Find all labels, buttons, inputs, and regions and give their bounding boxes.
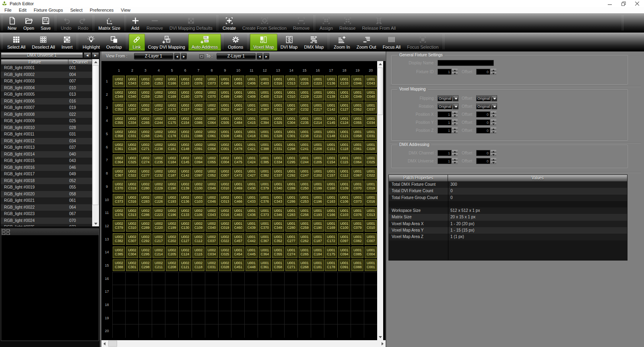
patch-cell[interactable]: U001C499 xyxy=(219,89,231,101)
toolbar-button-zoom-in[interactable]: Zoom In xyxy=(330,34,353,51)
patch-cell[interactable]: U002C304 xyxy=(126,246,138,258)
patch-cell[interactable]: U001C460 xyxy=(232,220,244,232)
grid-empty-cell[interactable] xyxy=(338,272,351,285)
patch-cell[interactable]: U002C298 xyxy=(139,259,151,271)
preview-mini-icon[interactable] xyxy=(2,229,5,232)
patch-cell[interactable]: U002C169 xyxy=(166,89,178,101)
patch-cell[interactable]: U002C202 xyxy=(166,233,178,245)
preview-mini-icon[interactable] xyxy=(6,232,10,235)
patch-cell[interactable]: U001C187 xyxy=(312,233,324,245)
grid-empty-cell[interactable] xyxy=(285,311,298,324)
grid-empty-cell[interactable] xyxy=(126,311,139,324)
patch-cell[interactable]: U002C151 xyxy=(179,128,191,140)
patch-cell[interactable]: U002C040 xyxy=(206,220,218,232)
patch-cell[interactable]: U001C184 xyxy=(312,246,324,258)
patch-cell[interactable]: U002C226 xyxy=(153,194,165,205)
patch-cell[interactable]: U002C244 xyxy=(153,115,165,127)
fixture-row[interactable]: RGB_light #0022064 xyxy=(1,204,92,211)
patch-cell[interactable]: U002C337 xyxy=(126,102,138,113)
patch-cell[interactable]: U001C157 xyxy=(325,168,337,179)
patch-cell[interactable]: U002C088 xyxy=(192,128,204,140)
grid-empty-cell[interactable] xyxy=(179,324,192,338)
patch-cell[interactable]: U001C199 xyxy=(312,181,324,192)
patch-cell[interactable]: U001C178 xyxy=(325,259,337,271)
scroll-down-icon[interactable] xyxy=(92,221,99,226)
toolbar-grip[interactable] xyxy=(327,34,330,49)
patch-cell[interactable]: U002C184 xyxy=(166,154,178,166)
patch-cell[interactable]: U002C157 xyxy=(179,102,191,113)
patch-cell[interactable]: U001C421 xyxy=(246,141,258,153)
patch-cell[interactable]: U001C241 xyxy=(299,141,311,153)
menu-view[interactable]: View xyxy=(117,7,134,13)
grid-empty-cell[interactable] xyxy=(258,272,271,285)
patch-cell[interactable]: U002C100 xyxy=(192,181,204,192)
patch-cell[interactable]: U001C247 xyxy=(299,168,311,179)
toolbar-grip[interactable] xyxy=(313,15,316,31)
patch-cell[interactable]: U001C082 xyxy=(351,233,363,245)
toolbar-button-open[interactable]: Open xyxy=(20,15,37,32)
patch-cell[interactable]: U001C160 xyxy=(325,181,337,192)
grid-empty-cell[interactable] xyxy=(258,298,271,312)
patch-cell[interactable]: U001C418 xyxy=(246,128,258,140)
grid-empty-cell[interactable] xyxy=(192,285,205,298)
grid-empty-cell[interactable] xyxy=(271,272,285,285)
patch-cell[interactable]: U001C439 xyxy=(246,220,258,232)
patch-cell[interactable]: U002C289 xyxy=(139,220,151,232)
patch-cell[interactable]: U001C346 xyxy=(272,207,284,219)
toolbar-button-overlap[interactable]: Overlap xyxy=(103,34,125,51)
grid-empty-cell[interactable] xyxy=(298,324,311,338)
grid-empty-cell[interactable] xyxy=(285,298,298,312)
grid-empty-cell[interactable] xyxy=(298,298,311,312)
patch-cell[interactable]: U002C307 xyxy=(126,233,138,245)
patch-cell[interactable]: U001C454 xyxy=(232,246,244,258)
scroll-left-icon[interactable] xyxy=(101,340,107,347)
patch-cell[interactable]: U001C376 xyxy=(259,194,271,205)
grid-empty-cell[interactable] xyxy=(245,311,258,324)
patch-cell[interactable]: U001C478 xyxy=(232,141,244,153)
patch-cell[interactable]: U001C022 xyxy=(365,168,377,179)
toolbar-button-invert[interactable]: Invert xyxy=(58,34,76,51)
toolbar-grip[interactable] xyxy=(1,15,4,31)
patch-cell[interactable]: U001C484 xyxy=(232,115,244,127)
patch-cell[interactable]: U001C103 xyxy=(338,207,350,219)
grid-empty-cell[interactable] xyxy=(364,311,378,324)
patch-cell[interactable]: U002C334 xyxy=(126,115,138,127)
patch-cell[interactable]: U002C172 xyxy=(166,102,178,113)
view-to-next-icon[interactable]: ▶ xyxy=(264,53,269,60)
fixture-row[interactable]: RGB_light #0018052 xyxy=(1,178,92,185)
fixture-row[interactable]: RGB_light #0005013 xyxy=(1,91,92,98)
grid-empty-cell[interactable] xyxy=(152,272,165,285)
grid-empty-cell[interactable] xyxy=(165,324,179,338)
patch-cell[interactable]: U002C247 xyxy=(153,102,165,113)
patch-cell[interactable]: U002C343 xyxy=(126,76,138,87)
grid-empty-cell[interactable] xyxy=(245,272,258,285)
patch-cell[interactable]: U001C508 xyxy=(219,128,231,140)
patch-cell[interactable]: U001C037 xyxy=(365,102,377,113)
patch-cell[interactable]: U002C328 xyxy=(126,141,138,153)
patch-cell[interactable]: U001C301 xyxy=(285,128,297,140)
grid-empty-cell[interactable] xyxy=(351,298,364,312)
patch-cell[interactable]: U002C190 xyxy=(166,181,178,192)
patch-cell[interactable]: U002C163 xyxy=(179,76,191,87)
grid-empty-cell[interactable] xyxy=(192,324,205,338)
patch-cell[interactable]: U002C283 xyxy=(139,194,151,205)
patch-cell[interactable]: U002C082 xyxy=(192,102,204,113)
patch-cell[interactable]: U002C097 xyxy=(192,168,204,179)
patch-cell[interactable]: U002C220 xyxy=(153,220,165,232)
patch-cell[interactable]: U002C346 xyxy=(113,76,125,87)
patch-cell[interactable]: U002C130 xyxy=(179,220,191,232)
grid-empty-cell[interactable] xyxy=(152,285,165,298)
patch-cell[interactable]: U001C295 xyxy=(285,154,297,166)
patch-cell[interactable]: U001C373 xyxy=(259,207,271,219)
patch-cell[interactable]: U002C043 xyxy=(206,207,218,219)
grid-empty-cell[interactable] xyxy=(364,298,378,312)
patch-cell[interactable]: U001C382 xyxy=(259,168,271,179)
patch-cell[interactable]: U001C148 xyxy=(325,128,337,140)
patch-cell[interactable]: U001C151 xyxy=(325,141,337,153)
patch-cell[interactable]: U001C475 xyxy=(232,154,244,166)
patch-cell[interactable]: U001C496 xyxy=(219,76,231,87)
patch-cell[interactable]: U002C238 xyxy=(153,141,165,153)
patch-cell[interactable]: U001C235 xyxy=(299,115,311,127)
patch-cell[interactable]: U002C316 xyxy=(126,194,138,205)
patch-cell[interactable]: U001C352 xyxy=(272,233,284,245)
